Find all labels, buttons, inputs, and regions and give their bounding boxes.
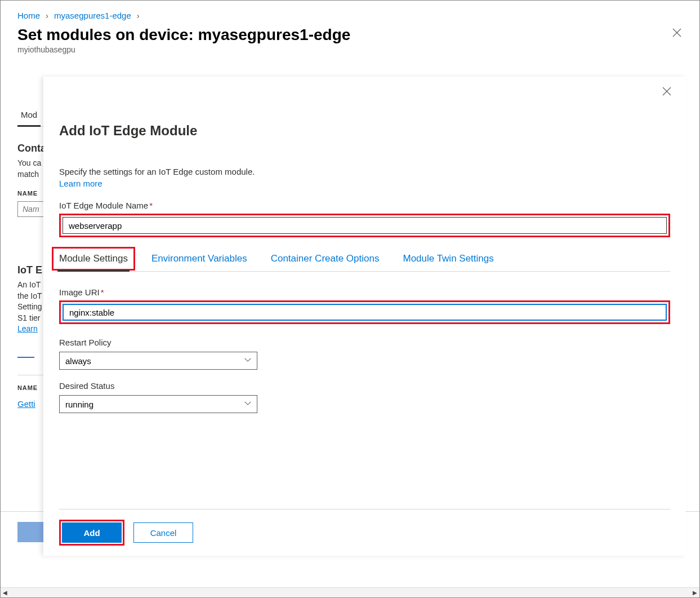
learn-more-link[interactable]: Learn more [59, 179, 670, 188]
panel-description: Specify the settings for an IoT Edge cus… [59, 167, 670, 176]
breadcrumb-home[interactable]: Home [17, 11, 40, 20]
required-asterisk: * [149, 201, 153, 210]
panel-tabs: Module Settings Environment Variables Co… [59, 246, 670, 272]
close-icon[interactable] [670, 26, 684, 39]
image-uri-label: Image URI* [59, 287, 670, 297]
highlight-module-name [59, 214, 670, 237]
page-subtitle: myiothubasegpu [17, 45, 350, 54]
restart-policy-select[interactable]: always [59, 352, 257, 370]
desired-status-label: Desired Status [59, 381, 670, 391]
chevron-right-icon: › [46, 11, 48, 20]
required-asterisk: * [101, 287, 104, 297]
tab-env-vars[interactable]: Environment Variables [151, 246, 247, 271]
page-title: Set modules on device: myasegpures1-edge [17, 26, 350, 44]
scroll-left-icon[interactable]: ◀ [3, 590, 7, 596]
panel-title: Add IoT Edge Module [59, 123, 670, 139]
close-panel-icon[interactable] [660, 85, 674, 98]
add-module-panel: Add IoT Edge Module Specify the settings… [43, 77, 686, 556]
module-row-link[interactable]: Getti [17, 399, 35, 409]
image-uri-input[interactable] [63, 304, 667, 321]
horizontal-scrollbar[interactable]: ◀ ▶ [1, 587, 699, 597]
highlight-add-btn: Add [59, 520, 124, 546]
module-name-label: IoT Edge Module Name* [59, 201, 670, 210]
breadcrumb-device[interactable]: myasegpures1-edge [54, 11, 131, 20]
panel-footer: Add Cancel [59, 509, 670, 556]
scroll-right-icon[interactable]: ▶ [693, 590, 697, 596]
breadcrumb: Home › myasegpures1-edge › [17, 11, 684, 20]
chevron-right-icon: › [137, 11, 140, 20]
add-button[interactable]: Add [62, 522, 122, 543]
module-name-input[interactable] [63, 217, 667, 234]
highlight-image-uri [59, 300, 670, 324]
desired-status-select[interactable]: running [59, 395, 257, 413]
restart-policy-label: Restart Policy [59, 338, 670, 347]
cancel-button[interactable]: Cancel [133, 522, 193, 543]
tab-container-create[interactable]: Container Create Options [271, 246, 380, 271]
tab-modules[interactable]: Mod [17, 104, 41, 126]
tab-twin-settings[interactable]: Module Twin Settings [403, 246, 493, 271]
tab-module-settings[interactable]: Module Settings [59, 246, 128, 271]
learn-more-link-bg[interactable]: Learn [17, 324, 38, 333]
